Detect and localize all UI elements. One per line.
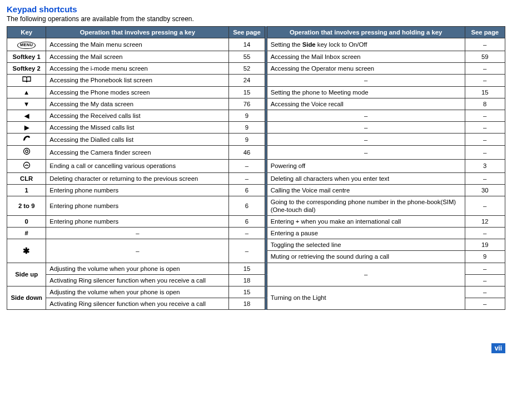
table-row: ◀Accessing the Received calls list9–– bbox=[7, 110, 505, 122]
key-cell bbox=[7, 159, 46, 172]
page-hold-cell: – bbox=[465, 62, 505, 74]
phonebook-icon bbox=[22, 76, 32, 83]
op-hold-cell: Accessing the Voice recall bbox=[267, 98, 465, 110]
svg-point-1 bbox=[25, 150, 28, 153]
page-press-cell: 24 bbox=[229, 74, 265, 86]
key-cell: Side down bbox=[7, 286, 46, 309]
page-press-cell: 14 bbox=[229, 38, 265, 51]
key-cell: MENU bbox=[7, 38, 46, 51]
page-press-cell: 52 bbox=[229, 62, 265, 74]
table-row: 0Entering phone numbers6Entering + when … bbox=[7, 216, 505, 228]
op-hold-cell: – bbox=[267, 110, 465, 122]
op-hold-cell: Entering + when you make an internationa… bbox=[267, 216, 465, 228]
op-press-cell: Accessing the Received calls list bbox=[46, 110, 229, 122]
key-cell: ▶ bbox=[7, 122, 46, 134]
table-row: ✱––Toggling the selected line19 bbox=[7, 239, 505, 251]
page-hold-cell: 59 bbox=[465, 51, 505, 62]
camera-icon bbox=[23, 147, 31, 155]
op-hold-cell: Calling the Voice mail centre bbox=[267, 184, 465, 196]
key-cell bbox=[7, 74, 46, 86]
op-hold-cell: Turning on the Light bbox=[267, 286, 465, 309]
key-cell: CLR bbox=[7, 172, 46, 184]
page-hold-cell: 30 bbox=[465, 184, 505, 196]
page-number-badge: vii bbox=[491, 343, 505, 353]
page-hold-cell: – bbox=[465, 286, 505, 298]
page-press-cell: 18 bbox=[229, 298, 265, 309]
page-press-cell: 18 bbox=[229, 274, 265, 286]
op-press-cell: Accessing the Mail screen bbox=[46, 51, 229, 62]
key-cell: 1 bbox=[7, 184, 46, 196]
page-hold-cell: – bbox=[465, 134, 505, 146]
table-row: Side downAdjusting the volume when your … bbox=[7, 286, 505, 298]
op-hold-cell: Accessing the Mail Inbox screen bbox=[267, 51, 465, 62]
op-press-cell: Activating Ring silencer function when y… bbox=[46, 298, 229, 309]
page-hold-cell: – bbox=[465, 38, 505, 51]
op-hold-cell: Deleting all characters when you enter t… bbox=[267, 172, 465, 184]
page-hold-cell: – bbox=[465, 298, 505, 309]
table-row: Ending a call or cancelling various oper… bbox=[7, 159, 505, 172]
table-row: ▼Accessing the My data screen76Accessing… bbox=[7, 98, 505, 110]
page-press-cell: – bbox=[229, 239, 265, 263]
page-footer: vii bbox=[7, 343, 505, 353]
table-row: CLRDeleting character or returning to th… bbox=[7, 172, 505, 184]
page-press-cell: 15 bbox=[229, 286, 265, 298]
op-press-cell: – bbox=[46, 228, 229, 239]
handset-icon bbox=[22, 135, 31, 142]
table-row: MENUAccessing the Main menu screen14Sett… bbox=[7, 38, 505, 51]
op-press-cell: Entering phone numbers bbox=[46, 184, 229, 196]
page-press-cell: 46 bbox=[229, 146, 265, 159]
page-hold-cell: 19 bbox=[465, 239, 505, 251]
svg-point-0 bbox=[23, 149, 29, 155]
key-cell: Softkey 1 bbox=[7, 51, 46, 62]
op-press-cell: Accessing the i-mode menu screen bbox=[46, 62, 229, 74]
op-press-cell: Activating Ring silencer function when y… bbox=[46, 274, 229, 286]
table-row: Side upAdjusting the volume when your ph… bbox=[7, 263, 505, 274]
key-cell: # bbox=[7, 228, 46, 239]
page-press-cell: 9 bbox=[229, 110, 265, 122]
op-press-cell: Accessing the Phonebook list screen bbox=[46, 74, 229, 86]
page-hold-cell: – bbox=[465, 274, 505, 286]
page-press-cell: 55 bbox=[229, 51, 265, 62]
table-row: 1Entering phone numbers6Calling the Voic… bbox=[7, 184, 505, 196]
page-hold-cell: – bbox=[465, 122, 505, 134]
th-key: Key bbox=[7, 27, 46, 38]
key-cell bbox=[7, 146, 46, 159]
op-press-cell: Accessing the Phone modes screen bbox=[46, 86, 229, 98]
intro-text: The following operations are available f… bbox=[7, 15, 505, 23]
table-row: #––Entering a pause– bbox=[7, 228, 505, 239]
op-hold-cell: Setting the phone to Meeting mode bbox=[267, 86, 465, 98]
key-cell: ▼ bbox=[7, 98, 46, 110]
page-press-cell: 6 bbox=[229, 196, 265, 215]
table-row: 2 to 9Entering phone numbers6Going to th… bbox=[7, 196, 505, 215]
th-op1: Operation that involves pressing a key bbox=[46, 27, 229, 38]
page-press-cell: 15 bbox=[229, 86, 265, 98]
op-press-cell: Accessing the Main menu screen bbox=[46, 38, 229, 51]
key-cell: 0 bbox=[7, 216, 46, 228]
section-title: Keypad shortcuts bbox=[7, 4, 505, 14]
table-row: Accessing the Phonebook list screen24–– bbox=[7, 74, 505, 86]
table-row: Softkey 2Accessing the i-mode menu scree… bbox=[7, 62, 505, 74]
key-cell: ◀ bbox=[7, 110, 46, 122]
key-cell: ▲ bbox=[7, 86, 46, 98]
menu-icon: MENU bbox=[17, 42, 36, 49]
key-cell bbox=[7, 134, 46, 146]
page-hold-cell: 8 bbox=[465, 98, 505, 110]
op-press-cell: Ending a call or cancelling various oper… bbox=[46, 159, 229, 172]
page-press-cell: – bbox=[229, 228, 265, 239]
op-hold-cell: Muting or retrieving the sound during a … bbox=[267, 251, 465, 263]
op-hold-cell: Toggling the selected line bbox=[267, 239, 465, 251]
op-press-cell: Adjusting the volume when your phone is … bbox=[46, 263, 229, 274]
page-hold-cell: – bbox=[465, 228, 505, 239]
op-press-cell: Entering phone numbers bbox=[46, 196, 229, 215]
op-press-cell: – bbox=[46, 239, 229, 263]
sep-cell bbox=[265, 274, 267, 286]
op-hold-cell: – bbox=[267, 146, 465, 159]
page-hold-cell: 9 bbox=[465, 251, 505, 263]
op-press-cell: Accessing the Camera finder screen bbox=[46, 146, 229, 159]
op-hold-cell: Going to the corresponding phone number … bbox=[267, 196, 465, 215]
page-hold-cell: – bbox=[465, 74, 505, 86]
page-hold-cell: – bbox=[465, 263, 505, 274]
table-row: Softkey 1Accessing the Mail screen55Acce… bbox=[7, 51, 505, 62]
th-op2: Operation that involves pressing and hol… bbox=[267, 27, 465, 38]
page-press-cell: 6 bbox=[229, 184, 265, 196]
